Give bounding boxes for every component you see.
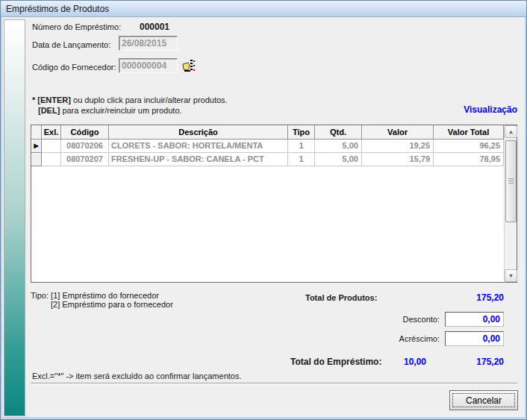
total-products-value: 175,20 xyxy=(414,292,504,303)
cell-codigo[interactable]: 08070206 xyxy=(61,140,109,153)
grid-header-tipo[interactable]: Tipo xyxy=(288,125,315,140)
cell-exl[interactable] xyxy=(42,140,61,153)
grid-header-codigo[interactable]: Código xyxy=(61,125,109,140)
grid-body: ▶08070206CLORETS - SABOR: HORTELA/MENTA1… xyxy=(31,140,517,166)
supplier-lookup-icon[interactable] xyxy=(182,59,196,73)
products-grid: Exl. Código Descrição Tipo Qtd. Valor Va… xyxy=(31,125,517,283)
grid-header-exl[interactable]: Exl. xyxy=(42,125,61,140)
window-title: Empréstimos de Produtos xyxy=(6,4,109,14)
cell-qtd[interactable]: 5,00 xyxy=(315,153,362,166)
cell-valor-total[interactable]: 78,95 xyxy=(434,153,504,166)
title-bar[interactable]: Empréstimos de Produtos xyxy=(1,1,526,17)
tipo-legend-line-1: Tipo: [1] Empréstimo do fornecedor xyxy=(31,291,159,300)
table-row[interactable]: ▶08070206CLORETS - SABOR: HORTELA/MENTA1… xyxy=(31,140,517,153)
cell-descricao[interactable]: FRESHEN-UP - SABOR: CANELA - PCT xyxy=(109,153,288,166)
date-label: Data de Lançamento: xyxy=(32,40,110,49)
supplier-code-input[interactable] xyxy=(119,58,178,73)
instruction-line-2: [DEL] para excluir/reincluir um produto. xyxy=(38,106,182,115)
instruction-line-2-text: para excluir/reincluir um produto. xyxy=(60,106,181,115)
table-row[interactable]: 08070207FRESHEN-UP - SABOR: CANELA - PCT… xyxy=(31,153,517,166)
teal-gradient-sidebar xyxy=(4,19,25,416)
grid-header-valor[interactable]: Valor xyxy=(362,125,434,140)
exclusion-note: Excl.="*" -> item será excluído ao confi… xyxy=(32,372,241,380)
grid-header-indicator xyxy=(31,125,42,140)
addition-label: Acréscimo: xyxy=(350,334,440,343)
scrollbar-up-icon[interactable]: ▲ xyxy=(505,125,517,138)
tipo-legend-line-2: [2] Empréstimo para o fornecedor xyxy=(51,300,173,309)
scrollbar-thumb[interactable] xyxy=(505,140,517,222)
cell-valor-total[interactable]: 96,25 xyxy=(434,140,504,153)
total-products-label: Total de Produtos: xyxy=(305,293,377,302)
cell-row-indicator[interactable]: ▶ xyxy=(31,140,42,153)
total-loan-value: 175,20 xyxy=(414,357,504,367)
footer-divider xyxy=(31,383,517,383)
cell-qtd[interactable]: 5,00 xyxy=(315,140,362,153)
addition-input[interactable] xyxy=(445,331,504,346)
cell-row-indicator[interactable] xyxy=(31,153,42,166)
cell-exl[interactable] xyxy=(42,153,61,166)
instruction-line-1-text: ou duplo click para incluir/alterar prod… xyxy=(71,95,228,104)
cancel-button[interactable]: Cancelar xyxy=(449,390,518,410)
scrollbar-down-icon[interactable]: ▼ xyxy=(505,269,517,282)
discount-label: Desconto: xyxy=(350,315,440,324)
cancel-button-label: Cancelar xyxy=(452,393,515,407)
supplier-code-label: Código do Fornecedor: xyxy=(32,63,116,72)
date-input[interactable] xyxy=(119,36,178,51)
grid-vertical-scrollbar[interactable]: ▲ ▼ xyxy=(504,125,517,282)
visualization-link[interactable]: Visualização xyxy=(449,104,517,115)
discount-input[interactable] xyxy=(445,312,504,327)
grid-header-row: Exl. Código Descrição Tipo Qtd. Valor Va… xyxy=(31,125,517,140)
cell-codigo[interactable]: 08070207 xyxy=(61,153,109,166)
del-key-hint: [DEL] xyxy=(38,106,60,115)
instruction-line-1: * [ENTER] ou duplo click para incluir/al… xyxy=(32,95,228,104)
grid-header-valor-total[interactable]: Valor Total xyxy=(434,125,504,140)
loan-window: Empréstimos de Produtos Número do Emprés… xyxy=(0,0,527,420)
grid-header-descricao[interactable]: Descrição xyxy=(109,125,288,140)
cell-valor[interactable]: 15,79 xyxy=(362,153,434,166)
cell-descricao[interactable]: CLORETS - SABOR: HORTELA/MENTA xyxy=(109,140,288,153)
cell-tipo[interactable]: 1 xyxy=(288,153,315,166)
loan-number-label: Número do Empréstimo: xyxy=(32,22,121,31)
loan-number-value: 000001 xyxy=(140,22,169,32)
enter-key-hint: * [ENTER] xyxy=(32,95,71,104)
grid-header-qtd[interactable]: Qtd. xyxy=(315,125,362,140)
cell-tipo[interactable]: 1 xyxy=(288,140,315,153)
cell-valor[interactable]: 19,25 xyxy=(362,140,434,153)
